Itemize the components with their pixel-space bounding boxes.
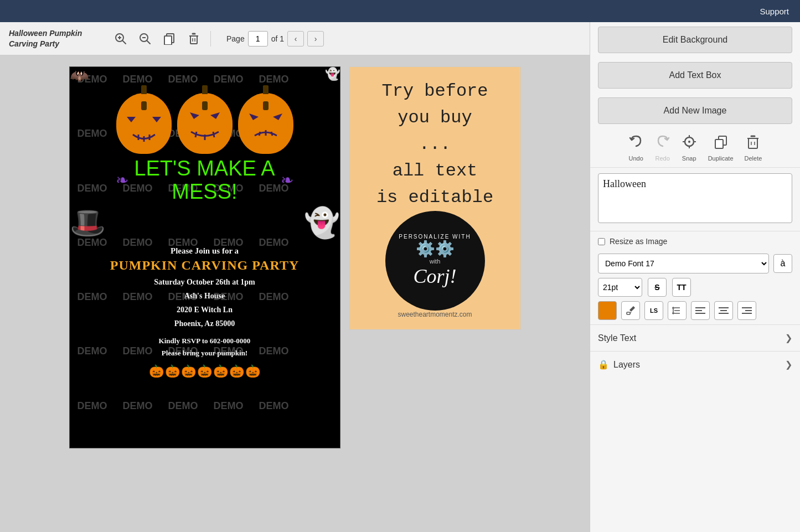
style-text-chevron-icon: ❯ <box>785 333 792 343</box>
badge-brand-text: Corj! <box>413 265 456 288</box>
duplicate-icon <box>713 134 729 153</box>
bottom-pumpkins-row: 🎃 🎃 🎃 🎃 🎃 🎃 🎃 <box>149 364 260 379</box>
add-text-box-button[interactable]: Add Text Box <box>598 62 792 89</box>
page-navigation: Page of 1 ‹ › <box>226 31 324 47</box>
svg-line-3 <box>122 40 126 44</box>
bottom-pumpkin-7: 🎃 <box>245 364 260 379</box>
text-content-textarea[interactable]: Halloween <box>598 173 792 223</box>
ghost-witch-row: 🎩 👻 <box>70 206 340 240</box>
letter-spacing-button[interactable]: LS <box>644 301 663 320</box>
page-next-button[interactable]: › <box>307 31 324 47</box>
style-text-label: Style Text <box>598 333 636 343</box>
preview-website: sweetheartmomentz.com <box>398 311 472 318</box>
duplicate-page-button[interactable] <box>159 29 179 49</box>
svg-rect-43 <box>749 138 757 148</box>
pumpkin-right <box>238 93 293 154</box>
duplicate-label: Duplicate <box>708 155 734 162</box>
undo-icon <box>628 134 644 153</box>
color-align-row: LS <box>590 301 800 324</box>
document-title: Halloween Pumpkin Carving Party <box>9 28 97 48</box>
duplicate-action[interactable]: Duplicate <box>708 134 734 162</box>
svg-line-25 <box>195 132 197 137</box>
bat-left-icon: 🦇 <box>70 67 89 85</box>
bold-tt-button[interactable]: TT <box>672 278 691 297</box>
line-height-button[interactable] <box>668 301 687 320</box>
page-prev-button[interactable]: ‹ <box>287 31 304 47</box>
delete-page-button[interactable] <box>184 29 204 49</box>
invite-headline: LET'S MAKE A MESS! <box>134 157 275 204</box>
resize-as-image-label[interactable]: Resize as Image <box>610 237 667 246</box>
badge-gear-icon: ⚙️⚙️ <box>416 240 455 258</box>
support-link[interactable]: Support <box>760 7 789 16</box>
zoom-in-button[interactable] <box>111 29 131 49</box>
page-number-input[interactable] <box>248 31 268 47</box>
font-special-button[interactable]: à <box>773 254 792 273</box>
main-layout: Halloween Pumpkin Carving Party <box>0 22 800 532</box>
invite-subtext: Please Join us for a <box>171 246 239 256</box>
delete-label: Delete <box>745 155 762 162</box>
size-row: 21pt S TT <box>590 278 800 301</box>
font-size-select[interactable]: 21pt <box>598 278 642 297</box>
zoom-out-button[interactable] <box>135 29 155 49</box>
page-of-label: of 1 <box>271 34 284 43</box>
delete-action[interactable]: Delete <box>745 134 762 162</box>
bottom-pumpkin-6: 🎃 <box>229 364 244 379</box>
resize-as-image-checkbox[interactable] <box>598 238 605 245</box>
svg-point-36 <box>688 141 690 143</box>
text-editor-section: Halloween <box>590 168 800 231</box>
align-center-button[interactable] <box>714 301 733 320</box>
personalize-badge: PERSONALIZE WITH ⚙️⚙️ with Corj! <box>385 211 485 311</box>
pumpkin-left <box>116 93 172 154</box>
redo-label: Redo <box>656 155 670 162</box>
snap-icon <box>682 134 697 153</box>
invite-card[interactable]: DEMODEMODEMODEMODEMO DEMODEMODEMODEMODEM… <box>69 66 340 448</box>
snap-label: Snap <box>682 155 696 162</box>
style-text-header[interactable]: Style Text ❯ <box>590 324 800 351</box>
edit-background-button[interactable]: Edit Background <box>598 27 792 53</box>
font-row: Demo Font 17 à <box>590 251 800 278</box>
bottom-pumpkin-3: 🎃 <box>181 364 196 379</box>
color-swatch[interactable] <box>598 301 617 320</box>
ghost-icon: 👻 <box>304 206 340 240</box>
invite-content: 🦇 👻 <box>70 67 340 379</box>
svg-rect-15 <box>141 101 147 110</box>
action-row: Undo Redo <box>590 128 800 168</box>
svg-rect-9 <box>190 36 197 44</box>
redo-action[interactable]: Redo <box>655 134 670 162</box>
pumpkin-center <box>177 93 233 154</box>
strikethrough-button[interactable]: S <box>648 278 667 297</box>
witch-hat-icon: 🎩 <box>70 206 106 240</box>
eyedropper-button[interactable] <box>621 301 640 320</box>
layers-chevron-icon: ❯ <box>785 359 792 370</box>
svg-rect-42 <box>715 140 723 148</box>
top-bar: Support <box>0 0 800 22</box>
align-left-button[interactable] <box>691 301 710 320</box>
svg-line-34 <box>271 132 272 136</box>
svg-line-27 <box>213 132 214 137</box>
font-select[interactable]: Demo Font 17 <box>598 254 769 273</box>
right-panel: Edit Background Add Text Box Add New Ima… <box>590 22 800 532</box>
bottom-pumpkin-5: 🎃 <box>213 364 228 379</box>
svg-rect-29 <box>263 101 269 110</box>
bottom-pumpkin-4: 🎃 <box>197 364 212 379</box>
invite-party-title: PUMPKIN CARVING PARTY <box>110 258 300 273</box>
page-label: Page <box>226 34 245 43</box>
swirl-left-icon: ❧ <box>116 171 128 189</box>
badge-with-label: with <box>430 258 441 265</box>
toolbar-separator <box>210 31 211 47</box>
invite-rsvp: Kindly RSVP to 602-000-0000 Please bring… <box>159 335 251 359</box>
snap-action[interactable]: Snap <box>682 134 697 162</box>
layers-label: Layers <box>613 360 640 370</box>
delete-icon <box>745 134 761 153</box>
bats-row: 🦇 👻 <box>70 67 340 85</box>
undo-action[interactable]: Undo <box>628 134 644 162</box>
pumpkins-row <box>116 93 293 154</box>
add-new-image-button[interactable]: Add New Image <box>598 97 792 124</box>
align-right-button[interactable] <box>737 301 756 320</box>
layers-header[interactable]: 🔒 Layers ❯ <box>590 351 800 378</box>
svg-line-32 <box>259 132 260 136</box>
svg-rect-8 <box>164 36 172 45</box>
toolbar: Halloween Pumpkin Carving Party <box>0 22 590 55</box>
canvas-content: DEMODEMODEMODEMODEMO DEMODEMODEMODEMODEM… <box>0 55 590 532</box>
bottom-pumpkin-1: 🎃 <box>149 364 164 379</box>
